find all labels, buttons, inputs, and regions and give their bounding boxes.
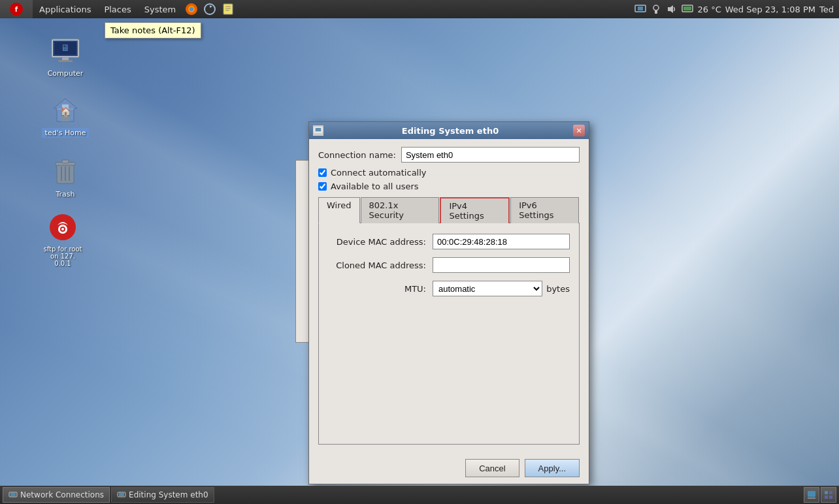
computer-icon-label: Computer (42, 69, 89, 78)
svg-point-12 (653, 5, 659, 10)
tab-wired-content: Device MAC address: Cloned MAC address: … (318, 223, 580, 445)
connection-name-input[interactable] (401, 147, 580, 163)
notes-icon[interactable] (222, 3, 235, 16)
device-mac-row: Device MAC address: (328, 234, 570, 249)
svg-rect-45 (808, 491, 815, 497)
svg-rect-20 (62, 57, 69, 60)
sftp-icon-image (47, 212, 78, 243)
svg-rect-49 (825, 496, 828, 499)
trash-icon (53, 157, 78, 186)
sftp-icon (48, 212, 78, 242)
home-icon-label: ted's Home (42, 128, 89, 138)
svg-point-38 (61, 228, 64, 230)
mtu-select-wrapper: automatic 1500 9000 (433, 281, 542, 296)
svg-text:🖥: 🖥 (61, 42, 70, 53)
connect-auto-row: Connect automatically (318, 168, 580, 178)
svg-rect-40 (316, 128, 321, 131)
taskbar-bottom-right (804, 487, 836, 503)
svg-rect-42 (10, 493, 16, 496)
desktop: f Applications Places System (0, 0, 839, 504)
dialog-buttons: Cancel Apply... (309, 452, 589, 484)
cloned-mac-row: Cloned MAC address: (328, 257, 570, 273)
mtu-select[interactable]: automatic 1500 9000 (433, 281, 542, 296)
refresh-icon[interactable] (203, 3, 216, 16)
taskbar-right: 26 °C Wed Sep 23, 1:08 PM Ted (634, 3, 839, 15)
cloned-mac-label: Cloned MAC address: (328, 260, 433, 270)
top-menu: Applications Places System (33, 0, 182, 18)
taskbar-workspace-btn[interactable] (821, 487, 836, 503)
tab-ipv6[interactable]: IPv6 Settings (510, 197, 579, 223)
taskbar-editing-eth0[interactable]: Editing System eth0 (111, 487, 214, 503)
tab-802-1x[interactable]: 802.1x Security (361, 197, 440, 223)
svg-rect-13 (655, 10, 657, 14)
volume-icon[interactable] (666, 3, 678, 15)
svg-rect-44 (119, 493, 124, 496)
svg-rect-48 (829, 491, 832, 494)
dialog-close-button[interactable]: ✕ (573, 125, 585, 136)
svg-marker-14 (668, 5, 673, 13)
dialog-body: Connection name: Connect automatically A… (309, 139, 589, 452)
firefox-icon[interactable] (185, 3, 198, 16)
connect-auto-checkbox[interactable] (318, 168, 327, 177)
fedora-logo-button[interactable]: f (0, 0, 33, 18)
mtu-label: MTU: (328, 284, 433, 294)
computer-icon-image: 🖥 (50, 35, 81, 67)
svg-rect-11 (638, 7, 643, 10)
network-status-icon[interactable] (682, 3, 693, 15)
taskbar-network-connections[interactable]: Network Connections (3, 487, 110, 503)
connect-auto-label: Connect automatically (331, 168, 427, 178)
editing-dialog: Editing System eth0 ✕ Connection name: C… (308, 121, 589, 484)
svg-rect-50 (829, 496, 832, 499)
svg-rect-30 (62, 160, 69, 163)
svg-rect-47 (825, 491, 828, 494)
svg-point-4 (189, 7, 193, 11)
connection-name-row: Connection name: (318, 147, 580, 163)
dialog-title-icon (313, 125, 323, 136)
tooltip: Take notes (Alt-F12) (105, 22, 201, 39)
places-menu[interactable]: Places (97, 0, 137, 18)
network-connections-taskbar-icon (8, 490, 18, 499)
home-icon: 🏠 (52, 97, 79, 123)
trash-icon-image (50, 156, 81, 187)
available-all-row: Available to all users (318, 181, 580, 191)
applications-menu[interactable]: Applications (33, 0, 97, 18)
editing-taskbar-icon (117, 490, 126, 499)
dialog-title-text: Editing System eth0 (327, 126, 573, 136)
apply-button[interactable]: Apply... (525, 459, 580, 477)
editing-eth0-taskbar-label: Editing System eth0 (129, 490, 208, 499)
device-mac-input[interactable] (433, 234, 570, 249)
available-all-checkbox[interactable] (318, 182, 327, 191)
sftp-icon-label: sftp for root on 127. 0.0.1 (39, 245, 86, 267)
svg-rect-16 (683, 7, 691, 10)
network-connections-taskbar-label: Network Connections (20, 490, 104, 499)
dialog-titlebar: Editing System eth0 ✕ (309, 122, 589, 139)
taskbar-top: f Applications Places System (0, 0, 839, 18)
svg-rect-21 (58, 60, 73, 62)
cancel-button[interactable]: Cancel (465, 459, 519, 477)
desktop-icon-computer[interactable]: 🖥 Computer (39, 33, 91, 80)
fedora-icon: f (9, 2, 24, 16)
desktop-icon-trash[interactable]: Trash (39, 153, 91, 201)
svg-rect-6 (223, 4, 233, 14)
tab-bar: Wired 802.1x Security IPv4 Settings IPv6… (318, 197, 580, 223)
computer-icon: 🖥 (50, 38, 80, 64)
datetime-display: Wed Sep 23, 1:08 PM (725, 5, 815, 14)
desktop-icon-teds-home[interactable]: 🏠 ted's Home (39, 91, 91, 140)
device-mac-label: Device MAC address: (328, 237, 433, 247)
system-menu[interactable]: System (138, 0, 182, 18)
username-display: Ted (819, 5, 834, 14)
taskbar-bottom: Network Connections Editing System eth0 (0, 486, 839, 504)
tab-ipv4[interactable]: IPv4 Settings (440, 197, 510, 223)
mtu-unit: bytes (546, 284, 570, 294)
home-icon-image: 🏠 (50, 94, 81, 125)
tab-wired[interactable]: Wired (318, 197, 360, 223)
svg-text:🏠: 🏠 (60, 106, 72, 118)
taskbar-show-desktop-btn[interactable] (804, 487, 819, 503)
svg-text:f: f (15, 6, 18, 13)
trash-icon-label: Trash (42, 190, 89, 198)
available-all-label: Available to all users (331, 181, 419, 191)
mtu-row: MTU: automatic 1500 9000 bytes (328, 281, 570, 296)
temperature-display: 26 °C (697, 5, 721, 14)
desktop-icon-sftp[interactable]: sftp for root on 127. 0.0.1 (37, 209, 89, 270)
cloned-mac-input[interactable] (433, 257, 570, 273)
